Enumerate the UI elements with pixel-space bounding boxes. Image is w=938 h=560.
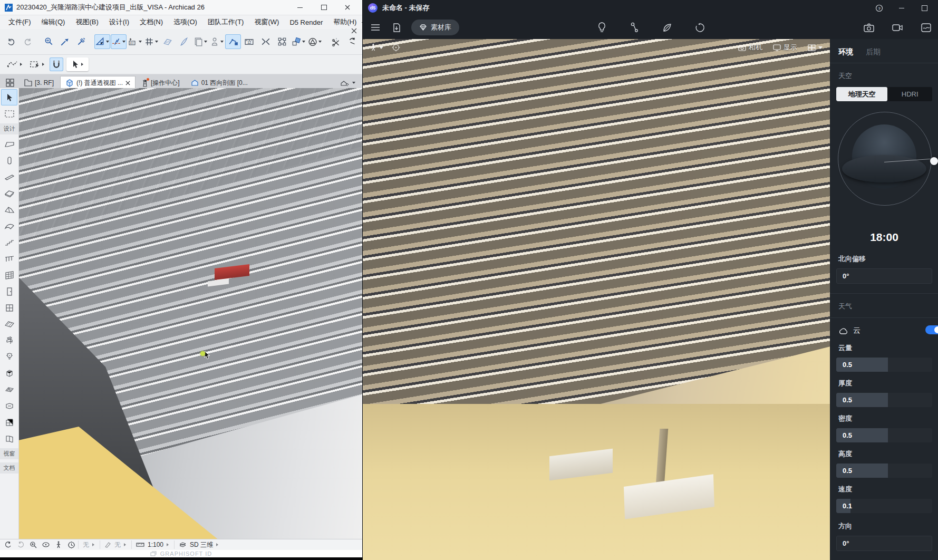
d5-minimize-button[interactable] <box>893 2 911 14</box>
layer-combination-dropdown[interactable]: 无 <box>78 540 99 549</box>
zone-tool[interactable] <box>1 398 17 414</box>
beam-tool[interactable] <box>1 169 17 185</box>
light-icon[interactable] <box>595 21 608 34</box>
hdri-option[interactable]: HDRI <box>887 87 932 101</box>
slider-track[interactable]: 0.5 <box>836 393 932 407</box>
material-pick-icon[interactable] <box>628 21 641 34</box>
menu-design[interactable]: 设计(I) <box>104 16 134 28</box>
stair-tool[interactable] <box>1 234 17 250</box>
slider-track[interactable]: 0.5 <box>836 428 932 442</box>
menu-options[interactable]: 选项(O) <box>168 16 202 28</box>
scale-dropdown[interactable]: 1:100 <box>131 540 173 549</box>
transform-box-icon[interactable] <box>274 34 290 49</box>
coordinates-icon[interactable]: XY <box>127 34 143 49</box>
archicad-3d-viewport[interactable] <box>19 88 362 539</box>
menu-document[interactable]: 文档(N) <box>134 16 168 28</box>
menu-teamwork[interactable]: 团队工作(T) <box>202 16 249 28</box>
render-queue-icon[interactable] <box>920 21 932 34</box>
simulation-icon[interactable] <box>693 21 706 34</box>
walk-mode-dropdown[interactable] <box>370 43 383 52</box>
screenshot-camera-icon[interactable] <box>863 21 875 34</box>
select-tool[interactable] <box>1 89 17 105</box>
free-rotate-icon[interactable] <box>291 34 306 49</box>
slider-track[interactable]: 0.5 <box>836 358 932 372</box>
view-back-icon[interactable] <box>2 540 14 549</box>
circle-triangle-icon[interactable] <box>307 34 323 49</box>
curtainwall-tool[interactable] <box>1 267 17 283</box>
slab-tool[interactable] <box>1 185 17 201</box>
quill-icon[interactable] <box>176 34 192 49</box>
geo-sky-option[interactable]: 地理天空 <box>836 87 887 101</box>
sun-handle[interactable] <box>930 157 938 165</box>
menu-help[interactable]: 帮助(H) <box>328 16 362 28</box>
view-mode-dropdown[interactable] <box>808 44 823 51</box>
pen-set-dropdown[interactable]: 无 <box>100 540 130 549</box>
time-of-day-value[interactable]: 18:00 <box>830 231 938 244</box>
video-record-icon[interactable] <box>891 21 904 34</box>
pane-close-icon[interactable] <box>351 28 357 34</box>
slider-track[interactable]: 0.1 <box>836 499 932 513</box>
tab-environment[interactable]: 环境 <box>838 47 853 57</box>
object-tool[interactable] <box>1 332 17 349</box>
tab-layout-3rf[interactable]: [3. RF] <box>20 76 59 89</box>
d5-maximize-button[interactable] <box>915 2 933 14</box>
zoom-icon[interactable] <box>27 540 39 549</box>
mesh-tool[interactable] <box>1 381 17 398</box>
archicad-maximize-button[interactable] <box>314 1 334 14</box>
skylight-tool[interactable] <box>1 316 17 332</box>
redo-icon[interactable] <box>20 34 35 49</box>
archicad-close-button[interactable] <box>337 1 357 14</box>
tab-post-processing[interactable]: 后期 <box>866 47 881 57</box>
window-tool[interactable] <box>1 300 17 316</box>
tab-overview-icon[interactable] <box>2 76 18 89</box>
archicad-minimize-button[interactable] <box>290 1 310 14</box>
guide-lines-icon[interactable] <box>94 34 110 49</box>
adjust-icon[interactable] <box>344 34 360 49</box>
wall-tool[interactable] <box>1 136 17 152</box>
dimension-icon[interactable]: 12 <box>241 34 257 49</box>
lamp-tool[interactable] <box>1 349 17 365</box>
snap-guides-icon[interactable] <box>111 34 127 49</box>
undo-icon[interactable] <box>3 34 19 49</box>
magnet-snap-icon[interactable] <box>50 57 63 71</box>
camera-overlay-button[interactable]: 相机 <box>738 43 762 52</box>
marquee-path-icon[interactable] <box>4 57 24 71</box>
menu-window[interactable]: 视窗(W) <box>249 16 284 28</box>
menu-edit[interactable]: 编辑(Q) <box>36 16 71 28</box>
d5-3d-viewport[interactable]: 相机 显示 <box>363 39 830 560</box>
column-tool[interactable] <box>1 152 17 169</box>
arrow-tool-button[interactable] <box>66 57 89 71</box>
north-offset-input[interactable]: 0° <box>836 268 932 284</box>
direction-input[interactable]: 0° <box>836 536 932 551</box>
d5-help-icon[interactable]: ? <box>870 2 888 14</box>
railing-tool[interactable] <box>1 250 17 267</box>
menu-file[interactable]: 文件(F) <box>3 16 36 28</box>
walk-icon[interactable] <box>53 540 64 549</box>
find-select-icon[interactable] <box>41 34 56 49</box>
measure-icon[interactable] <box>225 34 241 49</box>
split-scissors-icon[interactable] <box>328 34 344 49</box>
door-tool[interactable] <box>1 283 17 300</box>
plane-icon[interactable] <box>160 34 176 49</box>
focus-target-icon[interactable] <box>392 43 400 52</box>
import-model-icon[interactable] <box>390 21 403 34</box>
grid-element-tool[interactable] <box>1 414 17 430</box>
sun-position-widget[interactable] <box>835 111 934 223</box>
view-forward-icon[interactable] <box>15 540 26 549</box>
marquee-select-icon[interactable] <box>27 57 46 71</box>
foliage-icon[interactable] <box>661 21 673 34</box>
tab-perspective-active[interactable]: (!) 普通透视图 ... <box>60 76 136 89</box>
main-menu-icon[interactable] <box>369 21 382 34</box>
marquee-tool[interactable] <box>1 105 17 122</box>
asset-library-button[interactable]: 素材库 <box>411 20 459 35</box>
pickup-parameters-icon[interactable] <box>57 34 73 49</box>
facade-tool[interactable] <box>1 430 17 447</box>
orbit-icon[interactable] <box>40 540 52 549</box>
menu-d5render[interactable]: D5 Render <box>284 17 328 28</box>
slider-track[interactable]: 0.5 <box>836 464 932 478</box>
inject-parameters-icon[interactable] <box>73 34 89 49</box>
display-overlay-button[interactable]: 显示 <box>773 43 797 52</box>
tab-west-section[interactable]: 01 西向剖面 [0... <box>186 76 253 89</box>
clock-icon[interactable] <box>65 540 77 549</box>
tab-list-dropdown[interactable] <box>335 76 360 89</box>
